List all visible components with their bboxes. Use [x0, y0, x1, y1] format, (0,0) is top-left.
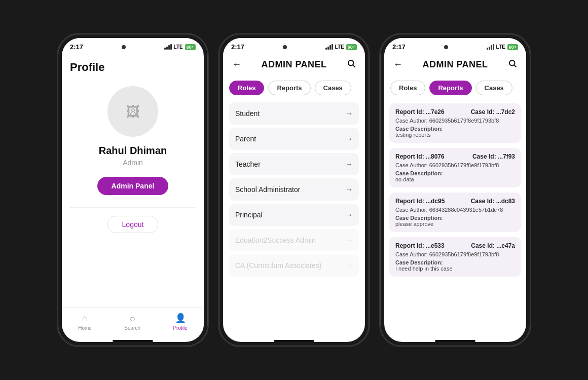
tab-reports-3[interactable]: Reports — [429, 81, 471, 95]
role-item-parent[interactable]: Parent → — [229, 128, 359, 150]
report-row-ids-0: Report Id: ...7e26 Case Id: ...7dc2 — [395, 108, 515, 116]
report-card-3[interactable]: Report Id: ...e533 Case Id: ...e47a Case… — [389, 237, 521, 277]
admin-panel-title-3: ADMIN PANEL — [422, 59, 488, 70]
role-label-student: Student — [235, 109, 260, 118]
nav-search[interactable]: ⌕ Search — [124, 313, 140, 331]
status-icons-1: LTE 60+ — [164, 44, 196, 50]
user-role: Admin — [70, 159, 196, 167]
report-author-3: 6602935b6179f8e9f1793bf8 — [429, 251, 499, 257]
report-row-ids-3: Report Id: ...e533 Case Id: ...e47a — [395, 242, 515, 249]
tab-roles-2[interactable]: Roles — [229, 81, 264, 95]
home-icon: ⌂ — [82, 313, 88, 324]
tab-cases-2[interactable]: Cases — [315, 81, 351, 95]
search-icon: ⌕ — [130, 313, 135, 324]
time-1: 2:17 — [70, 43, 83, 51]
arrow-icon-teacher: → — [346, 160, 353, 168]
role-item-principal[interactable]: Principal → — [229, 204, 359, 226]
nav-home[interactable]: ⌂ Home — [78, 313, 92, 331]
arrow-icon-student: → — [346, 109, 353, 118]
search-button-3[interactable] — [507, 58, 518, 71]
status-bar-1: 2:17 LTE 60+ — [62, 38, 204, 53]
role-item-teacher[interactable]: Teacher → — [229, 153, 359, 175]
status-bar-3: 2:17 LTE 60+ — [384, 38, 526, 53]
role-item-ca: CA (Curriculum Associates) → — [229, 254, 359, 277]
report-author-2: 66343288c043931e57b1dc78 — [429, 207, 503, 213]
report-desc-1: no data — [395, 176, 515, 182]
tab-roles-3[interactable]: Roles — [390, 81, 425, 95]
admin-panel-title-2: ADMIN PANEL — [261, 59, 326, 70]
home-bar-3 — [435, 340, 475, 342]
network-type-3: LTE — [496, 44, 505, 50]
case-id-0: Case Id: ...7dc2 — [471, 108, 515, 116]
role-item-school-admin[interactable]: School Administrator → — [229, 178, 359, 201]
svg-line-3 — [514, 65, 516, 67]
report-card-0[interactable]: Report Id: ...7e26 Case Id: ...7dc2 Case… — [389, 103, 521, 143]
svg-line-1 — [353, 65, 355, 67]
avatar: 🖼 — [107, 86, 158, 137]
profile-content: Profile 🖼 Rahul Dhiman Admin Admin Panel… — [62, 53, 204, 342]
report-desc-2: please approve — [395, 221, 515, 227]
report-desc-label-0: Case Description: — [395, 126, 515, 132]
back-button-2[interactable]: ← — [231, 58, 242, 71]
search-button-2[interactable] — [346, 58, 357, 71]
role-item-eq2success: Equation2Success Admin → — [229, 229, 359, 251]
report-author-label-1: Case Author: 6602935b6179f8e9f1793bf8 — [395, 162, 515, 168]
lte-badge-1: 60+ — [185, 44, 196, 50]
report-card-1[interactable]: Report Id: ...8076 Case Id: ...7f93 Case… — [389, 148, 521, 187]
network-type-2: LTE — [335, 44, 344, 50]
role-label-ca: CA (Curriculum Associates) — [235, 261, 321, 270]
report-desc-3: I need help in this case — [395, 265, 515, 272]
time-3: 2:17 — [392, 43, 406, 51]
logout-button[interactable]: Logout — [107, 216, 159, 233]
report-id-3: Report Id: ...e533 — [395, 242, 445, 249]
avatar-placeholder-icon: 🖼 — [126, 103, 140, 120]
report-author-1: 6602935b6179f8e9f1793bf8 — [429, 162, 499, 168]
camera-dot-3 — [444, 45, 448, 49]
report-desc-label-2: Case Description: — [395, 215, 515, 221]
page-title-profile: Profile — [70, 61, 196, 74]
role-label-principal: Principal — [235, 211, 263, 219]
arrow-icon-school-admin: → — [346, 185, 353, 194]
svg-point-2 — [509, 60, 515, 66]
bottom-nav: ⌂ Home ⌕ Search 👤 Profile — [62, 307, 204, 338]
report-desc-label-3: Case Description: — [395, 259, 515, 265]
nav-search-label: Search — [124, 325, 140, 331]
profile-page: Profile 🖼 Rahul Dhiman Admin Admin Panel… — [62, 53, 204, 307]
report-author-label-2: Case Author: 66343288c043931e57b1dc78 — [395, 207, 515, 213]
tab-reports-2[interactable]: Reports — [268, 81, 310, 95]
arrow-icon-eq2success: → — [346, 236, 353, 244]
reports-list: Report Id: ...7e26 Case Id: ...7dc2 Case… — [384, 100, 526, 338]
admin-header-3: ← ADMIN PANEL — [384, 53, 526, 77]
home-bar-1 — [113, 340, 153, 342]
divider — [70, 207, 196, 208]
signal-icon-2 — [325, 44, 333, 50]
status-bar-2: 2:17 LTE 60+ — [223, 38, 365, 53]
report-id-1: Report Id: ...8076 — [395, 153, 445, 160]
admin-header-2: ← ADMIN PANEL — [223, 53, 365, 77]
profile-icon: 👤 — [175, 313, 186, 324]
role-label-school-admin: School Administrator — [235, 185, 300, 194]
camera-dot-2 — [283, 45, 287, 49]
role-label-eq2success: Equation2Success Admin — [235, 236, 316, 244]
phone-3: 2:17 LTE 60+ ← ADMIN PANEL R — [379, 33, 531, 347]
svg-point-0 — [348, 60, 354, 66]
report-desc-label-1: Case Description: — [395, 170, 515, 176]
nav-profile-label: Profile — [173, 325, 187, 331]
report-id-0: Report Id: ...7e26 — [395, 108, 445, 116]
back-button-3[interactable]: ← — [392, 58, 403, 71]
role-label-teacher: Teacher — [235, 160, 261, 168]
report-author-label-0: Case Author: 6602935b6179f8e9f1793bf8 — [395, 118, 515, 124]
nav-profile[interactable]: 👤 Profile — [173, 313, 187, 331]
report-author-0: 6602935b6179f8e9f1793bf8 — [429, 118, 499, 124]
camera-dot-1 — [122, 45, 126, 49]
report-card-2[interactable]: Report Id: ...dc95 Case Id: ...dc83 Case… — [389, 193, 521, 232]
report-author-label-3: Case Author: 6602935b6179f8e9f1793bf8 — [395, 251, 515, 257]
profile-screen: 2:17 LTE 60+ Profile 🖼 — [62, 38, 204, 342]
tab-cases-3[interactable]: Cases — [476, 81, 512, 95]
status-icons-3: LTE 60+ — [487, 44, 518, 50]
phone-2: 2:17 LTE 60+ ← ADMIN PANEL R — [218, 33, 370, 347]
admin-panel-button[interactable]: Admin Panel — [97, 177, 169, 195]
network-type-1: LTE — [174, 44, 183, 50]
nav-home-label: Home — [78, 325, 92, 331]
role-item-student[interactable]: Student → — [229, 102, 359, 125]
